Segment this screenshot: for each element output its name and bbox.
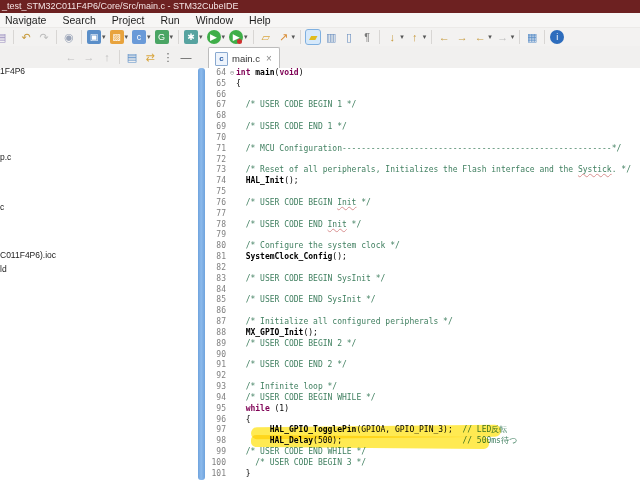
- code-line[interactable]: 80 /* Configure the system clock */: [205, 241, 640, 252]
- line-number[interactable]: 92: [205, 371, 228, 382]
- code-line[interactable]: 93 /* Infinite loop */: [205, 382, 640, 393]
- chevron-down-icon[interactable]: ▾: [102, 33, 106, 41]
- line-number[interactable]: 81: [205, 252, 228, 263]
- line-number[interactable]: 79: [205, 230, 228, 241]
- code-line[interactable]: 73 /* Reset of all peripherals, Initiali…: [205, 165, 640, 176]
- tree-item-fragment[interactable]: ld: [0, 264, 7, 274]
- chevron-down-icon[interactable]: ▾: [125, 33, 129, 41]
- toggle-source-header-icon[interactable]: ▥: [323, 29, 339, 45]
- line-number[interactable]: 100: [205, 458, 228, 469]
- line-number[interactable]: 69: [205, 122, 228, 133]
- tab-main-c[interactable]: c main.c ×: [208, 47, 280, 69]
- code-line[interactable]: 74 HAL_Init();: [205, 176, 640, 187]
- code-line[interactable]: 84: [205, 285, 640, 296]
- code-line[interactable]: 90: [205, 350, 640, 361]
- chevron-down-icon[interactable]: ▾: [244, 33, 248, 41]
- line-number[interactable]: 82: [205, 263, 228, 274]
- code-line[interactable]: 69 /* USER CODE END 1 */: [205, 122, 640, 133]
- menu-item-project[interactable]: Project: [104, 14, 153, 26]
- menu-item-run[interactable]: Run: [152, 14, 187, 26]
- new-c-file-icon[interactable]: c▾: [131, 29, 152, 45]
- line-number[interactable]: 89: [205, 339, 228, 350]
- line-number[interactable]: 80: [205, 241, 228, 252]
- import-icon[interactable]: ▱: [258, 29, 274, 45]
- line-number[interactable]: 78: [205, 220, 228, 231]
- search-icon[interactable]: ◉: [61, 29, 77, 45]
- forward-icon[interactable]: →▾: [495, 29, 516, 45]
- line-number[interactable]: 65: [205, 79, 228, 90]
- code-line[interactable]: 89 /* USER CODE BEGIN 2 */: [205, 339, 640, 350]
- line-number[interactable]: 99: [205, 447, 228, 458]
- code-line[interactable]: 70: [205, 133, 640, 144]
- new-project-icon[interactable]: ▨▾: [109, 29, 130, 45]
- tree-item-fragment[interactable]: C011F4P6).ioc: [0, 250, 56, 260]
- code-line[interactable]: 85 /* USER CODE END SysInit */: [205, 295, 640, 306]
- save-icon[interactable]: ▤: [0, 29, 9, 45]
- line-number[interactable]: 73: [205, 165, 228, 176]
- chevron-down-icon[interactable]: ▾: [147, 33, 151, 41]
- code-line[interactable]: 91 /* USER CODE END 2 */: [205, 360, 640, 371]
- tree-item-fragment[interactable]: p.c: [0, 152, 11, 162]
- line-number[interactable]: 93: [205, 382, 228, 393]
- line-number[interactable]: 90: [205, 350, 228, 361]
- line-number[interactable]: 96: [205, 415, 228, 426]
- chevron-down-icon[interactable]: ▾: [488, 33, 492, 41]
- line-number[interactable]: 87: [205, 317, 228, 328]
- line-number[interactable]: 88: [205, 328, 228, 339]
- link-with-editor-icon[interactable]: ⇄: [142, 49, 158, 65]
- code-line[interactable]: 92: [205, 371, 640, 382]
- tree-item-fragment[interactable]: 1F4P6: [0, 68, 25, 76]
- back-icon[interactable]: ←▾: [472, 29, 493, 45]
- chevron-down-icon[interactable]: ▾: [199, 33, 203, 41]
- chevron-down-icon[interactable]: ▾: [400, 33, 404, 41]
- chevron-down-icon[interactable]: ▾: [170, 33, 174, 41]
- code-line[interactable]: 86: [205, 306, 640, 317]
- line-number[interactable]: 97: [205, 425, 228, 436]
- code-line[interactable]: 67 /* USER CODE BEGIN 1 */: [205, 100, 640, 111]
- code-line[interactable]: 64⊖int main(void): [205, 68, 640, 79]
- fold-collapse-icon[interactable]: ⊖: [228, 68, 236, 79]
- code-line[interactable]: 94 /* USER CODE BEGIN WHILE */: [205, 393, 640, 404]
- menu-item-search[interactable]: Search: [54, 14, 103, 26]
- line-number[interactable]: 71: [205, 144, 228, 155]
- line-number[interactable]: 74: [205, 176, 228, 187]
- line-number[interactable]: 67: [205, 100, 228, 111]
- close-icon[interactable]: ×: [266, 53, 272, 64]
- code-line[interactable]: 65{: [205, 79, 640, 90]
- line-number[interactable]: 75: [205, 187, 228, 198]
- open-perspective-icon[interactable]: ▦: [524, 29, 540, 45]
- code-line[interactable]: 96 {: [205, 415, 640, 426]
- line-number[interactable]: 94: [205, 393, 228, 404]
- code-line[interactable]: 66: [205, 90, 640, 101]
- forward-icon[interactable]: →: [81, 49, 97, 65]
- menu-item-help[interactable]: Help: [241, 14, 279, 26]
- code-line[interactable]: 82: [205, 263, 640, 274]
- code-line[interactable]: 68: [205, 111, 640, 122]
- code-line[interactable]: 75: [205, 187, 640, 198]
- code-line[interactable]: 87 /* Initialize all configured peripher…: [205, 317, 640, 328]
- line-number[interactable]: 64: [205, 68, 228, 79]
- up-icon[interactable]: ↑: [99, 49, 115, 65]
- line-number[interactable]: 101: [205, 469, 228, 480]
- code-line[interactable]: 88 MX_GPIO_Init();: [205, 328, 640, 339]
- collapse-all-icon[interactable]: ▤: [124, 49, 140, 65]
- flash-download-icon[interactable]: ↗▾: [276, 29, 297, 45]
- project-explorer-panel[interactable]: 1F4P6p.ccC011F4P6).iocld: [0, 68, 199, 480]
- mark-occurrences-icon[interactable]: ▰: [305, 29, 321, 45]
- code-line[interactable]: 78 /* USER CODE END Init */: [205, 220, 640, 231]
- range-indicator-bar[interactable]: [198, 68, 205, 480]
- chevron-down-icon[interactable]: ▾: [423, 33, 427, 41]
- code-line[interactable]: 95 while (1): [205, 404, 640, 415]
- debug-icon[interactable]: ✱▾: [183, 29, 204, 45]
- line-number[interactable]: 91: [205, 360, 228, 371]
- info-icon[interactable]: i: [549, 29, 565, 45]
- view-menu-icon[interactable]: ⋮: [160, 49, 176, 65]
- code-line[interactable]: 101 }: [205, 469, 640, 480]
- line-number[interactable]: 66: [205, 90, 228, 101]
- run-icon[interactable]: ▶▾: [206, 29, 227, 45]
- code-line[interactable]: 72: [205, 155, 640, 166]
- back-icon[interactable]: ←: [63, 49, 79, 65]
- block-selection-icon[interactable]: ▯: [341, 29, 357, 45]
- line-number[interactable]: 83: [205, 274, 228, 285]
- undo-icon[interactable]: ↶: [18, 29, 34, 45]
